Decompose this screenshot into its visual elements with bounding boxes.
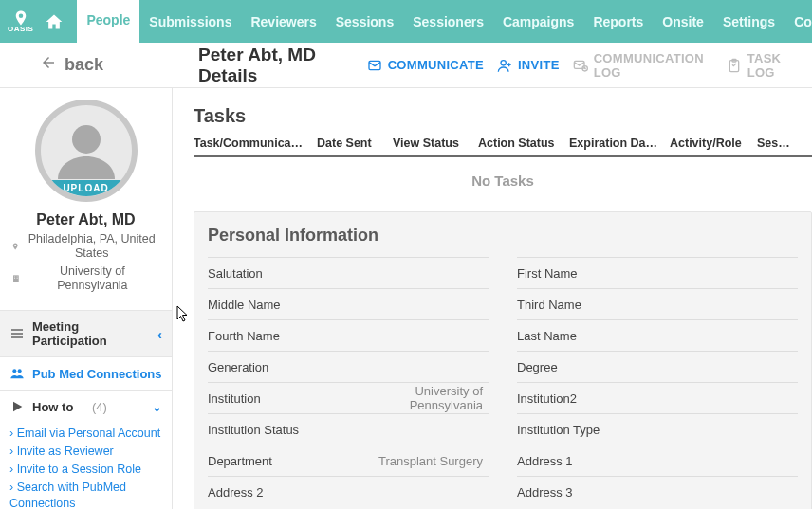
nav-sessions[interactable]: Sessions bbox=[326, 0, 403, 43]
col-expiration[interactable]: Expiration Da… bbox=[569, 136, 670, 150]
people-icon bbox=[9, 366, 25, 381]
nav-settings[interactable]: Settings bbox=[713, 0, 784, 43]
svg-point-15 bbox=[12, 369, 16, 373]
col-sessions[interactable]: Sessions bbox=[757, 136, 804, 150]
svg-rect-7 bbox=[13, 275, 19, 282]
col-date-sent[interactable]: Date Sent bbox=[317, 136, 393, 150]
sidebar: UPLOAD Peter Abt, MD Philadelphia, PA, U… bbox=[0, 88, 173, 509]
howto-search-pubmed[interactable]: Search with PubMed Connections bbox=[9, 479, 162, 509]
personal-right-column: First Name Third Name Last Name Degree I… bbox=[517, 257, 798, 507]
page-title: Peter Abt, MD Details bbox=[198, 45, 367, 86]
back-label: back bbox=[65, 55, 103, 75]
top-nav: OASIS People Submissions Reviewers Sessi… bbox=[0, 0, 812, 43]
row-institution: InstitutionUniversity of Pennsylvania bbox=[208, 382, 489, 413]
communicate-button[interactable]: COMMUNICATE bbox=[367, 58, 484, 73]
personal-left-column: Salutation Middle Name Fourth Name Gener… bbox=[208, 257, 489, 507]
brand-logo[interactable]: OASIS bbox=[8, 9, 33, 33]
col-action-status[interactable]: Action Status bbox=[478, 136, 569, 150]
svg-rect-9 bbox=[17, 277, 18, 278]
row-address-1: Address 1 bbox=[517, 445, 798, 476]
communication-log-button[interactable]: COMMUNICATION LOG bbox=[573, 51, 713, 80]
nav-people[interactable]: People bbox=[77, 0, 139, 43]
brand-name: OASIS bbox=[8, 25, 33, 33]
row-first-name: First Name bbox=[517, 257, 798, 288]
howto-invite-reviewer[interactable]: Invite as Reviewer bbox=[9, 443, 162, 461]
row-last-name: Last Name bbox=[517, 319, 798, 351]
svg-point-6 bbox=[72, 125, 101, 154]
avatar[interactable]: UPLOAD bbox=[35, 100, 138, 202]
row-address-2: Address 2 bbox=[208, 476, 489, 507]
tasks-heading: Tasks bbox=[194, 105, 812, 127]
tasks-empty: No Tasks bbox=[194, 157, 812, 211]
howto-invite-session[interactable]: Invite to a Session Role bbox=[9, 461, 162, 479]
svg-rect-12 bbox=[11, 329, 23, 330]
nav-campaigns[interactable]: Campaigns bbox=[493, 0, 583, 43]
col-activity[interactable]: Activity/Role bbox=[670, 136, 757, 150]
main-content: Tasks Task/Communication Date Sent View … bbox=[173, 88, 812, 509]
list-icon bbox=[9, 326, 25, 341]
personal-info-panel: Personal Information Salutation Middle N… bbox=[194, 211, 812, 509]
row-salutation: Salutation bbox=[208, 257, 489, 288]
svg-point-1 bbox=[501, 60, 506, 64]
personal-info-title: Personal Information bbox=[194, 212, 811, 257]
building-icon bbox=[11, 274, 21, 283]
nav-sessioners[interactable]: Sessioners bbox=[403, 0, 493, 43]
back-button[interactable]: back bbox=[40, 54, 103, 76]
row-institution-type: Institution Type bbox=[517, 413, 798, 445]
task-log-button[interactable]: TASK LOG bbox=[727, 51, 801, 80]
row-third-name: Third Name bbox=[517, 288, 798, 319]
col-view-status[interactable]: View Status bbox=[393, 136, 478, 150]
invite-button[interactable]: INVITE bbox=[497, 58, 560, 73]
chevron-left-icon: ‹ bbox=[157, 326, 162, 342]
header-actions: COMMUNICATE INVITE COMMUNICATION LOG TAS… bbox=[367, 51, 801, 80]
nav-items: People Submissions Reviewers Sessions Se… bbox=[77, 0, 812, 43]
profile-name: Peter Abt, MD bbox=[36, 211, 135, 228]
nav-submissions[interactable]: Submissions bbox=[139, 0, 241, 43]
row-department: DepartmentTransplant Surgery bbox=[208, 445, 489, 476]
row-middle-name: Middle Name bbox=[208, 288, 489, 319]
sidebar-pubmed-connections[interactable]: Pub Med Connections bbox=[0, 356, 172, 390]
nav-onsite[interactable]: Onsite bbox=[653, 0, 713, 43]
row-generation: Generation bbox=[208, 351, 489, 382]
svg-rect-10 bbox=[14, 278, 15, 279]
page-header: back Peter Abt, MD Details COMMUNICATE I… bbox=[0, 43, 812, 88]
howto-list: Email via Personal Account Invite as Rev… bbox=[0, 423, 172, 509]
svg-point-16 bbox=[18, 369, 22, 373]
pin-icon bbox=[11, 242, 19, 251]
sidebar-howto[interactable]: How to (4) ⌄ bbox=[0, 390, 172, 423]
nav-reports[interactable]: Reports bbox=[583, 0, 653, 43]
row-fourth-name: Fourth Name bbox=[208, 319, 489, 351]
nav-configuration[interactable]: Configuration bbox=[784, 0, 812, 43]
tasks-table-header: Task/Communication Date Sent View Status… bbox=[194, 136, 812, 157]
arrow-left-icon bbox=[40, 54, 57, 76]
mail-icon bbox=[367, 58, 382, 73]
chevron-down-icon: ⌄ bbox=[152, 400, 162, 414]
row-address-3: Address 3 bbox=[517, 476, 798, 507]
svg-marker-17 bbox=[13, 402, 22, 412]
profile-location: Philadelphia, PA, United States bbox=[8, 232, 164, 261]
col-task[interactable]: Task/Communication bbox=[194, 136, 317, 150]
sidebar-meeting-participation[interactable]: Meeting Participation ‹ bbox=[0, 310, 172, 356]
home-icon[interactable] bbox=[45, 12, 64, 31]
row-institution-status: Institution Status bbox=[208, 413, 489, 445]
user-plus-icon bbox=[497, 58, 512, 73]
clipboard-icon bbox=[727, 58, 742, 73]
svg-rect-14 bbox=[11, 336, 23, 337]
row-institution2: Institution2 bbox=[517, 382, 798, 413]
row-degree: Degree bbox=[517, 351, 798, 382]
profile-institution: University of Pennsylvania bbox=[8, 264, 164, 293]
svg-rect-8 bbox=[14, 277, 15, 278]
svg-rect-11 bbox=[17, 278, 18, 279]
person-icon bbox=[52, 117, 120, 185]
svg-rect-13 bbox=[11, 333, 23, 334]
play-icon bbox=[9, 399, 25, 414]
mail-log-icon bbox=[573, 58, 588, 73]
howto-email[interactable]: Email via Personal Account bbox=[9, 425, 162, 443]
upload-badge[interactable]: UPLOAD bbox=[41, 180, 132, 196]
nav-reviewers[interactable]: Reviewers bbox=[241, 0, 325, 43]
